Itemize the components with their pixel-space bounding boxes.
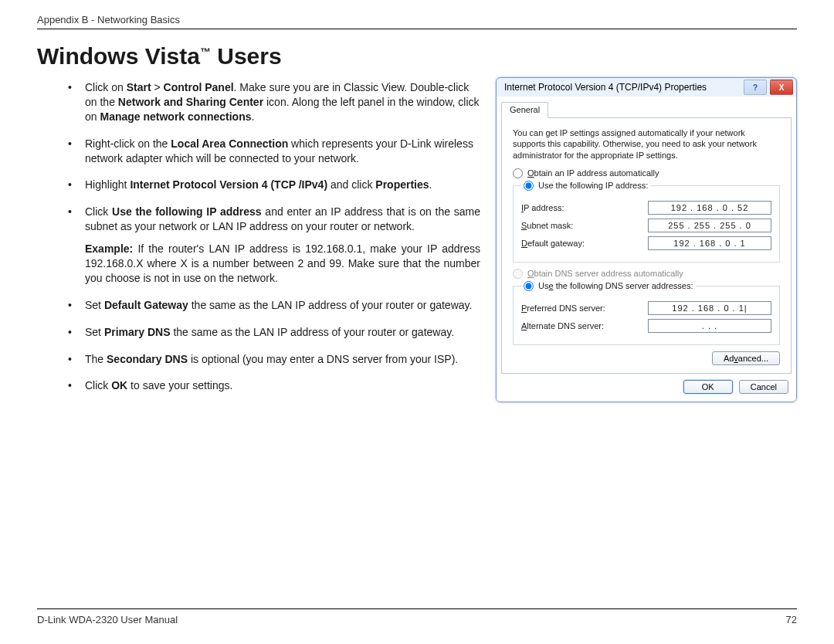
footer-manual-name: D-Link WDA-2320 User Manual bbox=[37, 614, 178, 625]
step-secondary-dns: The Secondary DNS is optional (you may e… bbox=[68, 352, 797, 367]
page-footer: D-Link WDA-2320 User Manual 72 bbox=[37, 608, 797, 625]
running-header: Appendix B - Networking Basics bbox=[37, 14, 797, 25]
step-ipv4-properties: Highlight Internet Protocol Version 4 (T… bbox=[68, 178, 797, 192]
step-start-control-panel: Click on Start > Control Panel. Make sur… bbox=[68, 80, 797, 124]
page-title: Windows Vista™ Users bbox=[37, 43, 797, 69]
footer-rule bbox=[37, 608, 797, 609]
title-main: Windows Vista bbox=[37, 43, 200, 69]
step-local-area-connection: Right-click on the Local Area Connection… bbox=[68, 137, 797, 166]
title-suffix: Users bbox=[211, 43, 282, 69]
footer-page-number: 72 bbox=[786, 614, 797, 625]
radio-obtain-ip-auto-input[interactable] bbox=[513, 168, 523, 178]
step-default-gateway: Set Default Gateway the same as the LAN … bbox=[68, 298, 797, 313]
header-rule bbox=[37, 29, 797, 29]
title-trademark: ™ bbox=[200, 46, 211, 58]
step-use-following-ip: Click Use the following IP address and e… bbox=[68, 205, 797, 285]
step-click-ok: Click OK to save your settings. bbox=[68, 378, 797, 393]
radio-obtain-ip-auto[interactable]: Obtain an IP address automatically bbox=[513, 168, 780, 178]
step-primary-dns: Set Primary DNS the same as the LAN IP a… bbox=[68, 325, 797, 340]
